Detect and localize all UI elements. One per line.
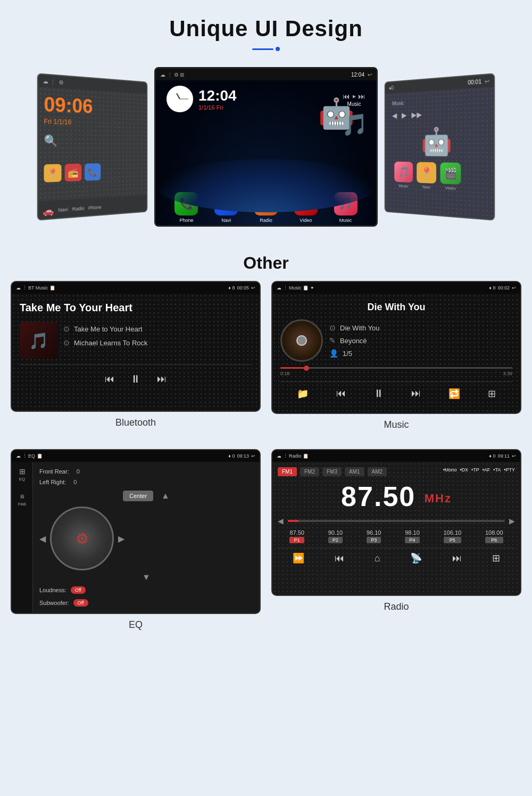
music-bar-gps-bt: ♦ 8	[489, 285, 495, 291]
radio-band-fm2[interactable]: FM2	[300, 467, 319, 476]
center-screen-bar: ☁ ⋮ ⚙ ⊞ 12:04 ↩	[156, 69, 376, 80]
header-divider	[11, 47, 521, 51]
radio-bands-sep	[390, 467, 440, 476]
radio-bar-time: 09:11	[497, 453, 510, 459]
music-next-button[interactable]: ⏭	[411, 388, 421, 399]
music-track-icon: 👤	[329, 349, 338, 358]
eq-down-arrow[interactable]: ▼	[39, 573, 253, 582]
radio-tuner-slider[interactable]: ◀ ▶	[278, 517, 515, 525]
music-artist-name: Beyoncé	[340, 337, 367, 345]
right-bar-gps: ♦0	[389, 85, 394, 90]
radio-preset-2-num: P2	[328, 537, 343, 543]
music-artist-icon: ✎	[329, 336, 336, 345]
music-menu-button[interactable]: ⊞	[488, 388, 496, 400]
radio-menu-button[interactable]: ⊞	[492, 552, 500, 564]
navi-icon[interactable]: 📍	[44, 164, 61, 183]
radio-card: ☁ ⋮ Radio 📋 ♦ 0 09:11 ↩ FM1 FM2 FM3 AM1 …	[271, 449, 521, 639]
right-next-icon[interactable]: ▶▶	[411, 110, 422, 119]
radio-icon[interactable]: 📻	[65, 164, 82, 182]
eq-wheel[interactable]: ⚙	[50, 507, 114, 570]
left-bottom-bar: 🚗 Navi Radio Phone	[38, 195, 147, 220]
radio-prev-button[interactable]: ⏮	[335, 553, 344, 564]
center-bar-icons: ☁ ⋮ ⚙ ⊞	[160, 72, 184, 78]
music-repeat-button[interactable]: 🔁	[448, 388, 460, 400]
center-bar-time: 12:04	[351, 72, 364, 78]
radio-preset-3[interactable]: 96.10 P3	[367, 529, 381, 543]
eq-front-rear-label: Front Rear:	[39, 468, 69, 475]
right-screen-content: Music ◀ ▶ ▶▶ 🤖 🎵 Music 📍 Navi 🎬	[385, 87, 494, 221]
right-app-navi[interactable]: 📍 Navi	[417, 162, 436, 190]
radio-bar-gps: ♦ 0	[489, 453, 495, 459]
radio-band-am1[interactable]: AM1	[345, 467, 364, 476]
bt-prev-button[interactable]: ⏮	[105, 374, 114, 385]
music-folder-button[interactable]: 📁	[297, 388, 309, 400]
clock-min-hand	[180, 99, 188, 100]
radio-preset-1[interactable]: 87.50 P1	[289, 529, 304, 543]
music-play-button[interactable]: ⏸	[373, 387, 384, 400]
vinyl-center	[296, 335, 307, 346]
eq-center-button[interactable]: Center	[123, 491, 153, 501]
bluetooth-screen: ☁ ⋮ BT Music 📋 ♦ 8 00:05 ↩ Take Me To Yo…	[11, 281, 261, 412]
radio-fast-fwd-icon[interactable]: ⏩	[293, 552, 304, 564]
eq-loudness-toggle[interactable]: Off	[71, 586, 86, 594]
music-detail: ⊙ Die With You ✎ Beyoncé 👤 1/5	[280, 319, 512, 362]
eq-wheel-icon: ⚙	[76, 530, 89, 548]
eq-sidebar-eq[interactable]: ⊞ EQ	[19, 467, 26, 482]
right-bar-back: ↩	[485, 78, 489, 84]
music-bar-time: 00:02	[497, 285, 510, 291]
eq-right-arrow[interactable]: ▶	[118, 534, 124, 544]
music-app-label: Music	[334, 218, 358, 223]
eq-up-arrow[interactable]: ▲	[161, 491, 170, 501]
bt-playback-controls: ⏮ ⏸ ⏭	[20, 364, 252, 391]
radio-preset-2[interactable]: 90.10 P2	[328, 529, 343, 543]
search-icon: 🔍	[44, 135, 57, 147]
eq-loudness-label: Loudness:	[39, 587, 66, 593]
radio-preset-6-freq: 108.00	[485, 529, 503, 536]
right-android-mascot: 🤖	[390, 125, 488, 157]
bt-card-label: Bluetooth	[11, 412, 261, 436]
music-prev-button[interactable]: ⏮	[336, 388, 346, 399]
radio-opt-mono: •Mono	[443, 467, 457, 476]
radio-freq-value: 87.50	[341, 481, 415, 512]
bt-play-button[interactable]: ⏸	[130, 373, 141, 385]
radio-next-button[interactable]: ⏭	[452, 553, 462, 564]
bt-next-button[interactable]: ⏭	[157, 374, 167, 385]
radio-preset-4[interactable]: 98.10 P4	[405, 529, 420, 543]
eq-status-bar: ☁ ⋮ EQ 📋 ♦ 0 09:13 ↩	[12, 450, 260, 462]
music-card-label: Music	[271, 414, 521, 438]
radio-seek-prev-icon[interactable]: ◀	[278, 517, 284, 525]
radio-opt-pty: •PTY	[504, 467, 515, 476]
right-prev-icon[interactable]: ◀	[392, 111, 397, 120]
radio-band-fm1[interactable]: FM1	[278, 467, 297, 476]
center-screen-content: 12:04 1/1/16 Fri ⏮ ▶ ⏭ Music 🤖 🎵 📞 Phone	[156, 80, 376, 227]
center-clock: 12:04 1/1/16 Fri	[167, 86, 237, 112]
eq-wheel-row: ◀ ⚙ ▶	[39, 507, 253, 570]
radio-seek-next-icon[interactable]: ▶	[509, 517, 515, 525]
radio-preset-6[interactable]: 108.00 P6	[485, 529, 503, 543]
right-app-video[interactable]: 🎬 Video	[440, 162, 461, 191]
right-play-icon[interactable]: ▶	[402, 111, 407, 119]
eq-loudness-row: Loudness: Off	[39, 586, 253, 594]
radio-band-fm3[interactable]: FM3	[322, 467, 342, 476]
left-screen-time: 09:06	[44, 93, 142, 120]
music-note-icon: 🎵	[342, 113, 368, 136]
eq-sidebar-fab[interactable]: ≡ FAB	[18, 492, 26, 507]
music-total-time: 3:39	[503, 371, 512, 376]
music-progress-container[interactable]: 0:18 3:39	[280, 367, 512, 376]
eq-front-rear-value: 0	[77, 468, 80, 475]
eq-bar-left-icons: ☁ ⋮ EQ 📋	[16, 453, 43, 459]
phone-icon[interactable]: 📞	[85, 163, 101, 181]
music-status-bar: ☁ ⋮ Music 📋 ✦ ♦ 8 00:02 ↩	[272, 282, 520, 294]
eq-subwoofer-toggle[interactable]: Off	[73, 599, 88, 607]
earth-background	[156, 159, 376, 212]
music-progress-fill	[280, 367, 304, 369]
radio-home-button[interactable]: ⌂	[375, 553, 380, 564]
radio-preset-5[interactable]: 106.10 P5	[444, 529, 462, 543]
right-app-music[interactable]: 🎵 Music	[394, 162, 413, 189]
music-vinyl-art	[280, 319, 323, 362]
radio-antenna-icon[interactable]: 📡	[410, 552, 422, 564]
radio-slider-bg	[288, 520, 505, 522]
eq-left-arrow[interactable]: ◀	[39, 534, 46, 544]
radio-band-am2[interactable]: AM2	[368, 467, 387, 476]
music-progress-handle	[304, 366, 309, 371]
